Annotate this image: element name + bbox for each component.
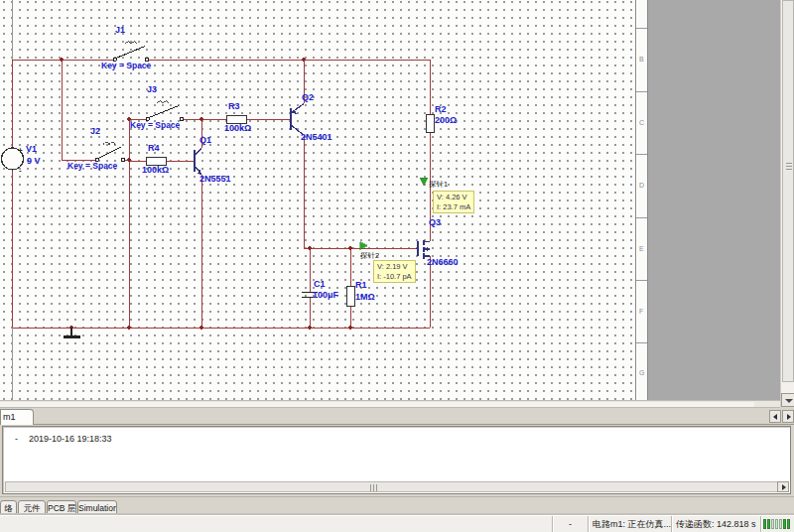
probe1-current: I: 23.7 mA — [437, 202, 470, 212]
ground-symbol[interactable] — [64, 328, 80, 337]
schematic-canvas[interactable]: + V1 9 V - J1 Key = Space J3 Key = Space… — [0, 0, 794, 400]
r2-ref-label[interactable]: R2 — [435, 104, 447, 114]
component-j1-switch[interactable] — [113, 42, 149, 62]
tab-sheet-m1[interactable]: m1 — [0, 409, 34, 425]
status-bar: - 电路m1: 正在仿真... 传递函数: 142.818 s — [0, 515, 794, 532]
progress-segment — [767, 519, 770, 529]
status-dash: - — [552, 516, 588, 532]
probe1-arrow-icon[interactable] — [420, 178, 428, 186]
progress-segment — [783, 519, 786, 529]
r1-value-label[interactable]: 1MΩ — [355, 292, 375, 302]
sheet-tab-strip: m1 — [0, 408, 794, 425]
log-timestamp: 2019-10-16 19:18:33 — [29, 434, 112, 444]
log-bullet: - — [15, 434, 29, 444]
frame-tick — [636, 28, 647, 29]
frame-zone-letter: F — [639, 308, 643, 315]
scrollbar-grip-icon — [370, 484, 371, 491]
component-q3-mosfet[interactable] — [416, 240, 430, 259]
tab-components[interactable]: 元件 — [18, 500, 46, 515]
scroll-down-button[interactable] — [781, 393, 794, 407]
j2-ref-label[interactable]: J2 — [90, 126, 100, 136]
arrow-left-icon — [773, 414, 777, 420]
probe2-voltage: V: 2.19 V — [377, 262, 412, 272]
frame-zone-letter: B — [639, 56, 644, 63]
horizontal-scrollbar-thumb[interactable] — [0, 402, 754, 407]
j1-ref-label[interactable]: J1 — [115, 25, 125, 35]
scrollbar-grip-icon — [786, 163, 792, 164]
j2-key-label[interactable]: Key = Space — [67, 161, 117, 171]
r4-ref-label[interactable]: R4 — [148, 143, 160, 153]
j3-ref-label[interactable]: J3 — [147, 84, 157, 94]
frame-tick — [636, 217, 647, 218]
q1-ref-label[interactable]: Q1 — [199, 135, 211, 145]
progress-segment — [775, 519, 778, 529]
frame-tick — [636, 91, 647, 92]
r4-value-label[interactable]: 100kΩ — [142, 165, 169, 175]
frame-zone-letter: C — [639, 119, 644, 126]
probe2-value-box[interactable]: V: 2.19 V I: -10.7 pA — [373, 260, 416, 283]
frame-tick — [636, 154, 647, 155]
v1-minus-sign: - — [19, 167, 22, 174]
v1-ref-label[interactable]: V1 — [26, 144, 37, 154]
frame-zone-letter: D — [639, 182, 644, 189]
v1-plus-sign: + — [18, 147, 23, 154]
tab-scroll-right-button[interactable] — [782, 410, 794, 423]
v1-value-label[interactable]: 9 V — [27, 156, 41, 166]
q2-value-label[interactable]: 2N5401 — [301, 132, 332, 142]
tab-nets[interactable]: 络 — [0, 500, 17, 515]
j3-key-label[interactable]: Key = Space — [130, 120, 180, 130]
component-j2-switch[interactable] — [95, 142, 125, 162]
schematic-sheet[interactable]: + V1 9 V - J1 Key = Space J3 Key = Space… — [0, 0, 635, 400]
r1-ref-label[interactable]: R1 — [355, 280, 367, 290]
log-scroll-right-button[interactable] — [777, 481, 789, 492]
probe2-current: I: -10.7 pA — [377, 272, 412, 282]
status-empty-area — [0, 516, 552, 532]
c1-ref-label[interactable]: C1 — [314, 279, 326, 289]
log-scrollbar-thumb[interactable] — [5, 481, 778, 492]
r2-value-label[interactable]: 200Ω — [435, 115, 457, 125]
j1-key-label[interactable]: Key = Space — [101, 61, 151, 70]
frame-zone-letter: G — [639, 369, 644, 376]
q1-value-label[interactable]: 2N5551 — [199, 174, 231, 184]
component-j3-switch[interactable] — [146, 101, 184, 121]
r3-value-label[interactable]: 100kΩ — [224, 123, 251, 133]
tab-scroll-left-button[interactable] — [769, 410, 781, 423]
log-entry: -2019-10-16 19:18:33 — [15, 434, 112, 444]
q3-value-label[interactable]: 2N6660 — [427, 257, 459, 267]
schematic-drawing[interactable] — [0, 0, 635, 400]
arrow-right-icon — [782, 484, 786, 490]
frame-zone-letter: E — [639, 245, 644, 252]
wires[interactable] — [13, 60, 431, 328]
component-r1-resistor[interactable] — [346, 286, 354, 306]
probe1-label[interactable]: 探针1 — [429, 180, 448, 190]
q3-ref-label[interactable]: Q3 — [429, 217, 441, 227]
progress-segment — [787, 519, 790, 529]
tab-simulation[interactable]: Simulation — [77, 500, 117, 515]
component-q1-transistor[interactable] — [195, 149, 202, 176]
vertical-scrollbar[interactable] — [780, 0, 794, 407]
bottom-tab-bar: 络 元件 PCB 层 Simulation — [0, 496, 794, 515]
r3-ref-label[interactable]: R3 — [228, 101, 240, 111]
component-r3-resistor[interactable] — [226, 115, 246, 123]
arrow-down-icon — [785, 399, 793, 403]
log-panel[interactable]: -2019-10-16 19:18:33 — [2, 426, 791, 494]
progress-indicator — [760, 516, 794, 532]
vertical-scrollbar-thumb[interactable] — [782, 0, 794, 382]
frame-tick — [636, 342, 647, 343]
multisim-window: + V1 9 V - J1 Key = Space J3 Key = Space… — [0, 0, 794, 532]
tab-pcb-layers[interactable]: PCB 层 — [47, 500, 76, 515]
status-simulation-state: 电路m1: 正在仿真... — [588, 516, 671, 532]
q2-ref-label[interactable]: Q2 — [302, 92, 314, 102]
sheet-frame-strip: B C D E F G — [635, 0, 648, 400]
component-r2-resistor[interactable] — [426, 114, 434, 132]
arrow-right-icon — [787, 414, 791, 420]
c1-value-label[interactable]: 100μF — [313, 290, 338, 300]
component-r4-resistor[interactable] — [146, 157, 166, 165]
progress-segment — [779, 519, 782, 529]
probe1-voltage: V: 4.26 V — [437, 193, 470, 202]
horizontal-scrollbar[interactable] — [0, 400, 780, 408]
log-horizontal-scrollbar[interactable] — [4, 481, 789, 492]
component-q2-transistor[interactable] — [291, 104, 304, 136]
progress-segment — [771, 519, 774, 529]
probe1-value-box[interactable]: V: 4.26 V I: 23.7 mA — [433, 191, 474, 213]
